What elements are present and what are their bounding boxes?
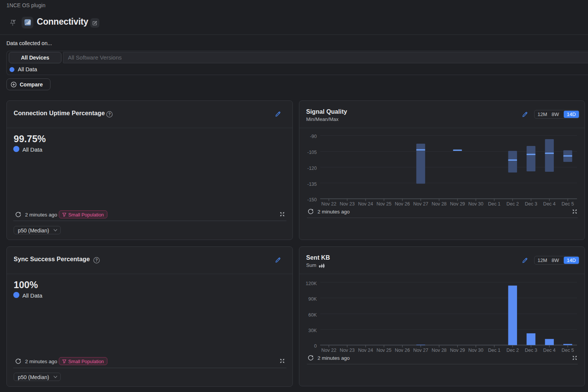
svg-text:Dec 2: Dec 2 [506,201,519,207]
svg-text:Dec 4: Dec 4 [543,348,556,353]
svg-text:Nov 23: Nov 23 [340,348,355,353]
svg-text:Nov 23: Nov 23 [340,201,355,207]
svg-text:Dec 1: Dec 1 [488,201,501,207]
svg-text:Dec 3: Dec 3 [525,348,537,353]
svg-text:Nov 22: Nov 22 [321,348,336,353]
svg-text:Dec 4: Dec 4 [543,201,556,207]
svg-text:Dec 5: Dec 5 [561,348,574,353]
svg-text:-135: -135 [307,182,317,187]
svg-text:Nov 29: Nov 29 [450,348,465,353]
svg-text:Nov 22: Nov 22 [321,201,336,207]
svg-text:Dec 3: Dec 3 [525,201,537,207]
svg-text:Nov 24: Nov 24 [358,201,373,207]
svg-text:Nov 28: Nov 28 [432,348,447,353]
svg-text:-120: -120 [307,166,317,171]
svg-text:Nov 27: Nov 27 [413,201,428,207]
svg-text:Nov 30: Nov 30 [469,201,484,207]
svg-text:?: ? [95,258,97,262]
svg-text:60K: 60K [308,312,317,318]
svg-text:?: ? [108,112,110,116]
svg-text:Nov 24: Nov 24 [358,348,373,353]
svg-text:90K: 90K [308,296,317,302]
svg-text:-105: -105 [307,150,317,155]
svg-text:120K: 120K [306,281,317,286]
svg-text:Nov 26: Nov 26 [395,348,410,353]
svg-text:Nov 28: Nov 28 [432,201,447,207]
svg-text:-90: -90 [310,134,317,139]
svg-text:Dec 2: Dec 2 [506,348,519,353]
svg-text:Nov 25: Nov 25 [376,201,391,207]
svg-text:Nov 27: Nov 27 [413,348,428,353]
svg-text:Nov 25: Nov 25 [376,348,391,353]
svg-text:0: 0 [314,343,317,349]
svg-text:Nov 26: Nov 26 [395,201,410,207]
svg-text:30K: 30K [308,328,317,333]
svg-text:Nov 29: Nov 29 [450,201,465,207]
svg-text:Dec 5: Dec 5 [561,201,574,207]
svg-text:Nov 30: Nov 30 [469,348,484,353]
svg-text:-150: -150 [307,197,317,202]
svg-text:Dec 1: Dec 1 [488,348,501,353]
